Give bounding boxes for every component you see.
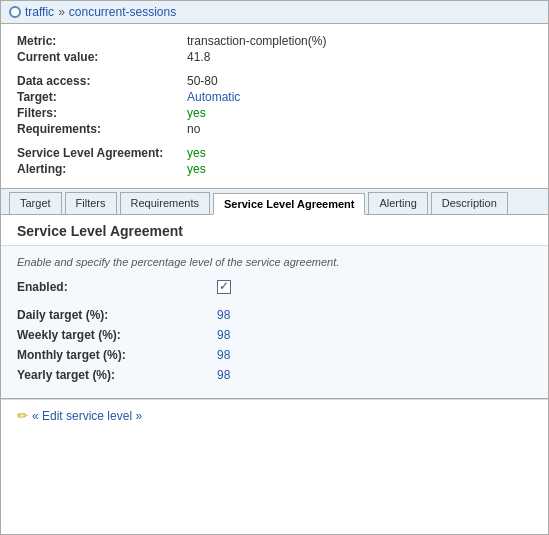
breadcrumb-part1[interactable]: traffic <box>25 5 54 19</box>
breadcrumb-bar: traffic » concurrent-sessions <box>1 1 548 24</box>
monthly-target-row: Monthly target (%): 98 <box>17 348 532 362</box>
data-access-label: Data access: <box>17 74 187 88</box>
target-value: Automatic <box>187 90 240 104</box>
target-row: Target: Automatic <box>17 90 532 104</box>
weekly-target-label: Weekly target (%): <box>17 328 217 342</box>
enabled-label: Enabled: <box>17 280 217 294</box>
alerting-row: Alerting: yes <box>17 162 532 176</box>
tab-description-text: Enable and specify the percentage level … <box>17 256 532 268</box>
daily-target-value: 98 <box>217 308 230 322</box>
sla-value: yes <box>187 146 206 160</box>
filters-row: Filters: yes <box>17 106 532 120</box>
current-value-label: Current value: <box>17 50 187 64</box>
breadcrumb-separator1: » <box>58 5 65 19</box>
sla-row: Service Level Agreement: yes <box>17 146 532 160</box>
tab-filters[interactable]: Filters <box>65 192 117 214</box>
alerting-value: yes <box>187 162 206 176</box>
tab-content-title: Service Level Agreement <box>1 215 548 246</box>
tab-requirements[interactable]: Requirements <box>120 192 210 214</box>
yearly-target-value: 98 <box>217 368 230 382</box>
metric-label: Metric: <box>17 34 187 48</box>
main-container: traffic » concurrent-sessions Metric: tr… <box>0 0 549 535</box>
breadcrumb-part2[interactable]: concurrent-sessions <box>69 5 176 19</box>
monthly-target-label: Monthly target (%): <box>17 348 217 362</box>
metric-row: Metric: transaction-completion(%) <box>17 34 532 48</box>
weekly-target-row: Weekly target (%): 98 <box>17 328 532 342</box>
requirements-row: Requirements: no <box>17 122 532 136</box>
requirements-value: no <box>187 122 200 136</box>
enabled-checkbox[interactable] <box>217 280 231 294</box>
footer: ✏ « Edit service level » <box>1 399 548 431</box>
edit-icon: ✏ <box>17 408 28 423</box>
enabled-row: Enabled: <box>17 280 532 294</box>
tab-target[interactable]: Target <box>9 192 62 214</box>
daily-target-label: Daily target (%): <box>17 308 217 322</box>
sla-label: Service Level Agreement: <box>17 146 187 160</box>
info-section: Metric: transaction-completion(%) Curren… <box>1 24 548 184</box>
data-access-value: 50-80 <box>187 74 218 88</box>
daily-target-row: Daily target (%): 98 <box>17 308 532 322</box>
tab-inner: Enable and specify the percentage level … <box>1 246 548 398</box>
alerting-label: Alerting: <box>17 162 187 176</box>
current-value-row: Current value: 41.8 <box>17 50 532 64</box>
target-label: Target: <box>17 90 187 104</box>
tab-sla[interactable]: Service Level Agreement <box>213 193 365 215</box>
weekly-target-value: 98 <box>217 328 230 342</box>
tab-content: Service Level Agreement Enable and speci… <box>1 215 548 399</box>
requirements-label: Requirements: <box>17 122 187 136</box>
data-access-row: Data access: 50-80 <box>17 74 532 88</box>
tab-description[interactable]: Description <box>431 192 508 214</box>
tab-alerting[interactable]: Alerting <box>368 192 427 214</box>
edit-service-level-link[interactable]: « Edit service level » <box>32 409 142 423</box>
yearly-target-row: Yearly target (%): 98 <box>17 368 532 382</box>
breadcrumb-icon <box>9 6 21 18</box>
yearly-target-label: Yearly target (%): <box>17 368 217 382</box>
current-value: 41.8 <box>187 50 210 64</box>
filters-value: yes <box>187 106 206 120</box>
metric-value: transaction-completion(%) <box>187 34 326 48</box>
monthly-target-value: 98 <box>217 348 230 362</box>
filters-label: Filters: <box>17 106 187 120</box>
tabs-row: Target Filters Requirements Service Leve… <box>1 188 548 215</box>
